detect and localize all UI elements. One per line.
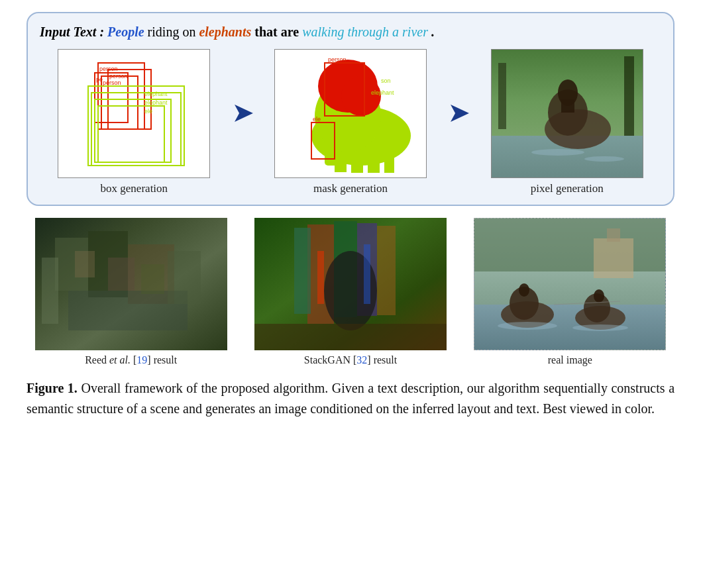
reed-label: Reed et al. [19] result — [85, 354, 177, 366]
svg-rect-18 — [335, 152, 347, 172]
word-walking: walking through a river — [302, 24, 428, 39]
word-elephants: elephants — [199, 24, 251, 39]
svg-text:ele: ele — [144, 108, 152, 115]
colon: : — [99, 24, 107, 39]
input-text-label: Input Text — [40, 24, 96, 39]
figure-label: Figure 1. — [27, 381, 78, 395]
stackgan-image — [254, 218, 447, 350]
reed-ref-num: 19 — [136, 354, 147, 366]
reed-image — [35, 218, 227, 350]
svg-text:person: person — [99, 66, 118, 72]
reed-img-svg — [35, 218, 227, 350]
word-people: People — [107, 24, 144, 39]
svg-text:elephant: elephant — [144, 91, 168, 97]
stackgan-label: StackGAN [32] result — [304, 354, 397, 366]
svg-rect-6 — [95, 99, 171, 162]
box-gen-svg: person person person pe elephant elephan… — [58, 50, 210, 178]
svg-rect-62 — [594, 238, 633, 278]
svg-point-69 — [519, 283, 529, 297]
svg-text:elephant: elephant — [144, 99, 168, 106]
stackgan-ref-num: 32 — [356, 354, 367, 366]
svg-point-38 — [531, 149, 584, 156]
mask-gen-svg: person elephant ele son — [275, 50, 427, 178]
svg-text:pe: pe — [96, 76, 103, 83]
svg-rect-21 — [384, 154, 394, 173]
svg-rect-63 — [607, 228, 620, 242]
svg-text:person: person — [103, 79, 121, 86]
svg-point-72 — [572, 324, 628, 331]
svg-rect-61 — [474, 219, 666, 271]
caption-text: Overall framework of the proposed algori… — [27, 381, 674, 416]
pipeline-step-mask: person elephant ele son mask generation — [256, 49, 445, 195]
svg-point-70 — [594, 289, 604, 303]
top-container: Input Text : People riding on elephants … — [27, 12, 674, 206]
svg-rect-55 — [377, 226, 396, 315]
bottom-item-real: real image — [466, 218, 674, 366]
mask-gen-image: person elephant ele son — [274, 49, 427, 178]
pixel-gen-label: pixel generation — [531, 182, 604, 195]
svg-text:son: son — [381, 77, 391, 84]
svg-rect-32 — [498, 63, 506, 129]
period: . — [431, 24, 435, 39]
svg-point-23 — [341, 76, 381, 116]
svg-rect-58 — [364, 244, 370, 304]
bottom-item-reed: Reed et al. [19] result — [27, 218, 235, 366]
arrow-2: ➤ — [449, 99, 468, 127]
pixel-gen-image — [491, 49, 643, 178]
svg-text:ele: ele — [313, 116, 321, 122]
real-img-svg — [474, 219, 666, 350]
svg-point-39 — [584, 156, 624, 162]
svg-point-71 — [498, 322, 557, 330]
box-gen-image: person person person pe elephant elephan… — [58, 49, 210, 178]
svg-rect-46 — [168, 251, 201, 304]
bottom-row: Reed et al. [19] result — [27, 218, 674, 366]
pipeline-step-pixel: pixel generation — [472, 49, 661, 195]
svg-rect-33 — [624, 56, 634, 136]
figure-caption: Figure 1. Overall framework of the propo… — [27, 378, 674, 419]
stackgan-img-svg — [254, 218, 447, 350]
svg-rect-45 — [42, 258, 58, 324]
svg-rect-47 — [75, 251, 95, 277]
svg-rect-57 — [317, 251, 324, 304]
real-label: real image — [548, 354, 592, 366]
word-that-are: that are — [254, 24, 302, 39]
bottom-item-stackgan: StackGAN [32] result — [246, 218, 455, 366]
svg-rect-49 — [141, 264, 164, 294]
word-riding: riding on — [148, 24, 199, 39]
input-text-line: Input Text : People riding on elephants … — [40, 23, 661, 41]
arrow-1: ➤ — [233, 99, 252, 127]
svg-rect-4 — [88, 86, 184, 166]
svg-text:person: person — [328, 56, 347, 63]
svg-rect-20 — [368, 156, 380, 173]
svg-rect-54 — [294, 228, 311, 314]
pixel-gen-svg — [492, 50, 643, 178]
box-gen-label: box generation — [101, 182, 168, 195]
svg-rect-48 — [108, 258, 135, 291]
svg-text:elephant: elephant — [371, 89, 394, 96]
svg-rect-19 — [351, 154, 363, 173]
mask-gen-label: mask generation — [313, 182, 388, 195]
pipeline-row: person person person pe elephant elephan… — [40, 49, 661, 195]
svg-rect-37 — [561, 99, 574, 113]
real-image — [474, 218, 666, 350]
svg-rect-59 — [254, 324, 447, 350]
pipeline-step-box: person person person pe elephant elephan… — [40, 49, 229, 195]
svg-text:person: person — [109, 73, 128, 79]
